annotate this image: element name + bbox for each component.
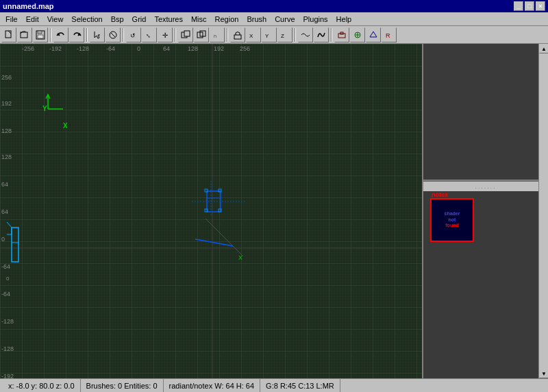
svg-text:X: X [63,122,68,130]
grid-svg: -256 -192 -128 -64 0 64 128 192 256 256 … [0,44,422,378]
3d-view[interactable] [423,44,548,181]
plugin1-button[interactable] [334,27,349,42]
svg-rect-12 [184,31,190,36]
coords-section: x: -8.0 y: 80.0 z: 0.0 [3,379,81,392]
svg-text:Z: Z [281,33,284,39]
menu-misc[interactable]: Misc [187,13,211,25]
svg-text:64: 64 [1,208,8,215]
svg-text:∩: ∩ [213,33,217,39]
scrollbar[interactable]: ▲ ▼ [538,44,548,378]
svg-text:256: 256 [1,74,12,81]
notex-label: notex [432,191,448,198]
texture-lock-button[interactable] [230,27,245,42]
svg-rect-16 [234,35,241,39]
right-panel: ....... notex shader not found ▲ ▼ [423,44,548,378]
menu-region[interactable]: Region [211,13,243,25]
rotate-button[interactable]: ↺ [126,27,141,42]
notex-text: shader not found [445,211,460,228]
title-text: unnamed.map [3,2,54,10]
toolbar-sep-6 [295,28,296,42]
svg-text:-128: -128 [1,318,14,325]
select-button[interactable] [90,27,105,42]
svg-text:0: 0 [1,236,5,243]
map-viewport[interactable]: -256 -192 -128 -64 0 64 128 192 256 256 … [0,44,423,378]
menu-textures[interactable]: Textures [150,13,187,25]
z-axis-button[interactable]: Z [277,27,292,42]
svg-text:-256: -256 [22,45,34,52]
svg-text:192: 192 [1,100,12,107]
camera-button[interactable]: X [246,27,261,42]
toolbar-sep-2 [86,28,88,42]
svg-text:-128: -128 [77,45,89,52]
scroll-up-button[interactable]: ▲ [539,44,548,53]
csg-intersect-button[interactable]: ∩ [210,27,225,42]
svg-text:128: 128 [1,154,12,160]
toolbar: ↺ ⤡ ✛ ∩ X Y Z R [0,26,548,44]
svg-text:-64: -64 [1,291,10,297]
plugin2-button[interactable] [350,27,365,42]
menu-curve[interactable]: Curve [271,13,299,25]
svg-text:192: 192 [214,45,224,52]
svg-line-7 [111,33,115,37]
svg-text:0: 0 [6,275,10,282]
close-button[interactable]: × [536,1,545,11]
minimize-button[interactable]: _ [514,1,523,11]
new-button[interactable] [1,27,16,42]
csg-merge-button[interactable] [194,27,209,42]
main-area: -256 -192 -128 -64 0 64 128 192 256 256 … [0,44,548,378]
move-button[interactable]: ✛ [158,27,173,42]
toolbar-sep-4 [175,28,176,42]
brush-text: Brushes: 0 Entities: 0 [86,382,158,390]
open-button[interactable] [17,27,32,42]
statusbar: x: -8.0 y: 80.0 z: 0.0 Brushes: 0 Entiti… [0,378,548,392]
menu-file[interactable]: File [1,13,22,25]
svg-text:Y: Y [42,105,47,112]
scroll-track[interactable] [539,53,548,369]
menu-view[interactable]: View [43,13,68,25]
menu-plugins[interactable]: Plugins [299,13,332,25]
menu-bsp[interactable]: Bsp [107,13,128,25]
menubar: File Edit View Selection Bsp Grid Textur… [0,12,548,26]
maximize-button[interactable]: □ [525,1,534,11]
toolbar-sep-1 [50,28,51,42]
texture-panel[interactable]: notex shader not found [423,191,548,378]
redo-button[interactable] [69,27,84,42]
plugin4-button[interactable]: R [382,27,397,42]
svg-text:X: X [238,254,242,261]
svg-text:64: 64 [163,45,170,52]
menu-grid[interactable]: Grid [128,13,151,25]
toolbar-sep-5 [227,28,228,42]
save-button[interactable] [33,27,48,42]
svg-text:Y: Y [265,33,269,39]
svg-text:0: 0 [137,45,140,52]
svg-text:64: 64 [1,181,8,188]
svg-rect-5 [38,35,43,38]
toolbar-sep-7 [331,28,332,42]
menu-selection[interactable]: Selection [67,13,106,25]
svg-text:128: 128 [1,127,12,134]
menu-help[interactable]: Help [332,13,356,25]
svg-text:-64: -64 [1,263,10,270]
csg-subtract-button[interactable] [178,27,193,42]
svg-marker-25 [370,32,377,37]
titlebar-controls: _ □ × [514,1,545,11]
svg-text:-192: -192 [1,373,14,378]
grid-section: G:8 R:45 C:13 L:MR [260,379,340,392]
scroll-down-button[interactable]: ▼ [539,369,548,378]
coords-text: x: -8.0 y: 80.0 z: 0.0 [8,382,75,390]
menu-edit[interactable]: Edit [22,13,43,25]
wave-button[interactable] [298,27,313,42]
notex-panel[interactable]: notex shader not found [430,198,474,242]
scale-button[interactable]: ⤡ [142,27,157,42]
texture-text: radiant/notex W: 64 H: 64 [169,382,255,390]
y-axis-button[interactable]: Y [262,27,277,42]
svg-text:R: R [386,32,390,39]
svg-text:↺: ↺ [130,32,136,39]
undo-button[interactable] [53,27,68,42]
menu-brush[interactable]: Brush [242,13,271,25]
svg-text:-64: -64 [106,45,115,52]
toggle-button[interactable] [105,27,121,42]
brush-section: Brushes: 0 Entities: 0 [81,379,164,392]
plugin3-button[interactable] [366,27,381,42]
patch-button[interactable] [314,27,329,42]
